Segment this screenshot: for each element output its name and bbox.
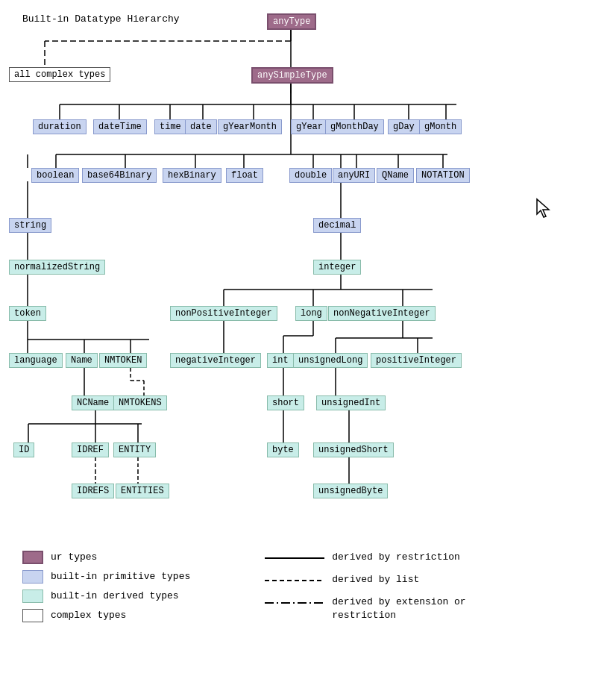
node-ID: ID xyxy=(13,442,34,457)
legend-complex: complex types xyxy=(22,609,190,622)
node-NCName: NCName xyxy=(72,395,114,410)
node-double: double xyxy=(289,168,332,183)
node-normalizedString: normalizedString xyxy=(9,260,105,275)
node-dateTime: dateTime xyxy=(93,119,147,134)
node-short: short xyxy=(267,395,304,410)
node-nonPositiveInteger: nonPositiveInteger xyxy=(170,306,277,321)
node-gYearMonth: gYearMonth xyxy=(218,119,282,134)
node-IDREFS: IDREFS xyxy=(72,484,114,498)
legend-line-solid: derived by restriction xyxy=(265,551,465,566)
node-Name: Name xyxy=(66,353,98,368)
node-unsignedLong: unsignedLong xyxy=(293,353,368,368)
legend-line-dashdot-area xyxy=(265,595,324,610)
node-language: language xyxy=(9,353,63,368)
node-time: time xyxy=(154,119,186,134)
node-boolean: boolean xyxy=(31,168,79,183)
node-date: date xyxy=(185,119,217,134)
node-anyURI: anyURI xyxy=(333,168,375,183)
legend-box-complex xyxy=(22,609,43,622)
node-byte: byte xyxy=(267,442,299,457)
legend-label-restriction: derived by restriction xyxy=(332,551,460,564)
node-gMonth: gMonth xyxy=(419,119,462,134)
node-positiveInteger: positiveInteger xyxy=(371,353,462,368)
legend-line-dashed-area xyxy=(265,573,324,588)
legend-line-dashdot: derived by extension or restriction xyxy=(265,595,465,622)
node-gDay: gDay xyxy=(388,119,420,134)
node-string: string xyxy=(9,218,51,233)
node-float: float xyxy=(226,168,263,183)
cursor-icon xyxy=(535,198,552,223)
node-ENTITIES: ENTITIES xyxy=(116,484,169,498)
node-allComplexTypes: all complex types xyxy=(9,67,110,82)
node-anyType: anyType xyxy=(267,13,316,30)
legend-label-primitive: built-in primitive types xyxy=(51,570,190,584)
legend-box-ur xyxy=(22,551,43,564)
node-IDREF: IDREF xyxy=(72,442,109,457)
legend-box-primitive xyxy=(22,570,43,584)
legend-label-list: derived by list xyxy=(332,573,419,587)
legend-line-solid-area xyxy=(265,551,324,566)
node-negativeInteger: negativeInteger xyxy=(170,353,261,368)
node-hexBinary: hexBinary xyxy=(163,168,221,183)
legend-label-ur: ur types xyxy=(51,551,97,564)
legend-primitive: built-in primitive types xyxy=(22,570,190,584)
node-integer: integer xyxy=(313,260,361,275)
legend-ur: ur types xyxy=(22,551,190,564)
node-anySimpleType: anySimpleType xyxy=(251,67,333,84)
legend-label-complex: complex types xyxy=(51,609,126,622)
node-token: token xyxy=(9,306,46,321)
node-QName: QName xyxy=(377,168,414,183)
node-duration: duration xyxy=(33,119,87,134)
node-unsignedShort: unsignedShort xyxy=(313,442,394,457)
node-base64Binary: base64Binary xyxy=(82,168,157,183)
node-unsignedByte: unsignedByte xyxy=(313,484,388,498)
node-gMonthDay: gMonthDay xyxy=(325,119,384,134)
diagram-title: Built-in Datatype Hierarchy xyxy=(22,13,180,25)
node-NMTOKEN: NMTOKEN xyxy=(99,353,147,368)
legend: ur types built-in primitive types built-… xyxy=(22,551,604,630)
node-nonNegativeInteger: nonNegativeInteger xyxy=(328,306,436,321)
legend-label-extension: derived by extension or restriction xyxy=(332,595,465,622)
legend-line-dashed: derived by list xyxy=(265,573,465,588)
node-ENTITY: ENTITY xyxy=(113,442,156,457)
node-unsignedInt: unsignedInt xyxy=(316,395,386,410)
node-decimal: decimal xyxy=(313,218,361,233)
diagram-area: Built-in Datatype Hierarchy xyxy=(0,0,616,537)
node-NMTOKENS: NMTOKENS xyxy=(113,395,167,410)
node-gYear: gYear xyxy=(291,119,328,134)
legend-label-derived: built-in derived types xyxy=(51,589,179,603)
node-NOTATION: NOTATION xyxy=(416,168,470,183)
legend-derived: built-in derived types xyxy=(22,589,190,603)
node-long: long xyxy=(295,306,327,321)
legend-box-derived xyxy=(22,589,43,603)
svg-marker-68 xyxy=(537,199,549,217)
node-int: int xyxy=(267,353,294,368)
